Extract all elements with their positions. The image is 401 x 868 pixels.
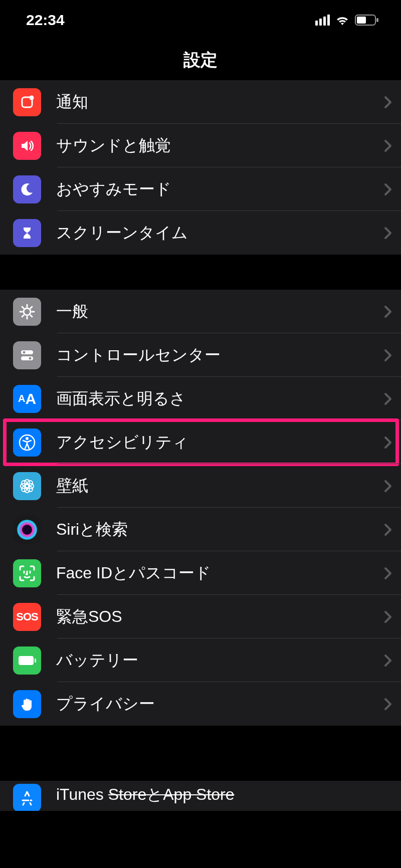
- row-itunes-appstore[interactable]: iTunes StoreとApp Store: [0, 781, 401, 811]
- chevron-right-icon: [384, 305, 392, 318]
- svg-point-17: [29, 357, 32, 359]
- row-label: コントロールセンター: [56, 344, 384, 366]
- toggles-icon: [13, 341, 41, 369]
- page-title: 設定: [183, 49, 218, 72]
- svg-point-27: [28, 487, 33, 492]
- status-indicators: [315, 15, 379, 26]
- row-sos[interactable]: SOS 緊急SOS: [0, 595, 401, 638]
- svg-point-29: [22, 487, 27, 492]
- svg-point-19: [26, 437, 29, 440]
- row-siri[interactable]: Siriと検索: [0, 508, 401, 551]
- svg-line-11: [31, 315, 32, 317]
- row-label: 画面表示と明るさ: [56, 388, 384, 410]
- svg-rect-35: [19, 656, 34, 665]
- row-label: サウンドと触覚: [56, 135, 384, 157]
- row-sounds[interactable]: サウンドと触覚: [0, 124, 401, 167]
- svg-rect-2: [376, 18, 378, 22]
- row-label: 通知: [56, 91, 384, 113]
- svg-point-4: [30, 95, 34, 100]
- row-label: アクセシビリティ: [56, 431, 384, 454]
- row-wallpaper[interactable]: 壁紙: [0, 464, 401, 508]
- gear-icon: [13, 298, 41, 326]
- section-gap: [0, 726, 401, 781]
- battery-icon: [355, 15, 379, 26]
- sounds-icon: [13, 132, 41, 160]
- settings-section: 一般 コントロールセンター AA 画面表示と明るさ アクセシビリティ: [0, 290, 401, 726]
- wifi-icon: [335, 15, 350, 26]
- row-notifications[interactable]: 通知: [0, 80, 401, 124]
- battery-icon: [13, 646, 41, 675]
- chevron-right-icon: [384, 567, 392, 580]
- row-label: おやすみモード: [56, 178, 384, 200]
- display-brightness-icon: AA: [13, 385, 41, 413]
- chevron-right-icon: [384, 183, 392, 196]
- svg-point-26: [22, 481, 27, 486]
- chevron-right-icon: [384, 698, 392, 711]
- settings-section: iTunes StoreとApp Store: [0, 781, 401, 811]
- wallpaper-icon: [13, 472, 41, 500]
- svg-point-32: [22, 525, 32, 535]
- chevron-right-icon: [384, 523, 392, 536]
- settings-section: 通知 サウンドと触覚 おやすみモード スクリーンタイム: [0, 80, 401, 255]
- row-general[interactable]: 一般: [0, 290, 401, 333]
- svg-point-28: [28, 481, 33, 486]
- row-faceid[interactable]: Face IDとパスコード: [0, 551, 401, 595]
- status-time: 22:34: [26, 12, 65, 29]
- appstore-icon: [13, 784, 41, 811]
- row-label: Siriと検索: [56, 519, 384, 541]
- chevron-right-icon: [384, 654, 392, 667]
- chevron-right-icon: [384, 227, 392, 240]
- svg-rect-36: [35, 659, 36, 663]
- chevron-right-icon: [384, 480, 392, 493]
- moon-icon: [13, 175, 41, 203]
- row-screentime[interactable]: スクリーンタイム: [0, 211, 401, 255]
- row-display[interactable]: AA 画面表示と明るさ: [0, 377, 401, 420]
- chevron-right-icon: [384, 139, 392, 152]
- chevron-right-icon: [384, 436, 392, 449]
- svg-point-15: [23, 351, 26, 353]
- svg-point-5: [24, 308, 31, 315]
- hand-icon: [13, 690, 41, 718]
- row-label: iTunes StoreとApp Store: [56, 784, 392, 806]
- row-battery[interactable]: バッテリー: [0, 638, 401, 682]
- siri-icon: [13, 516, 41, 544]
- svg-line-12: [31, 307, 32, 308]
- chevron-right-icon: [384, 392, 392, 405]
- svg-line-10: [22, 307, 24, 308]
- chevron-right-icon: [384, 349, 392, 362]
- chevron-right-icon: [384, 96, 392, 109]
- row-control-center[interactable]: コントロールセンター: [0, 333, 401, 377]
- cellular-icon: [315, 15, 330, 26]
- settings-list[interactable]: 通知 サウンドと触覚 おやすみモード スクリーンタイム: [0, 80, 401, 811]
- status-bar: 22:34: [0, 0, 401, 40]
- svg-rect-1: [357, 17, 366, 24]
- row-label: スクリーンタイム: [56, 222, 384, 244]
- chevron-right-icon: [384, 610, 392, 623]
- section-gap: [0, 255, 401, 290]
- row-label: 一般: [56, 301, 384, 323]
- row-dnd[interactable]: おやすみモード: [0, 167, 401, 211]
- row-accessibility[interactable]: アクセシビリティ: [0, 420, 401, 464]
- faceid-icon: [13, 559, 41, 587]
- svg-line-13: [22, 315, 24, 317]
- hourglass-icon: [13, 219, 41, 247]
- row-label: 緊急SOS: [56, 606, 384, 628]
- row-label: Face IDとパスコード: [56, 562, 384, 584]
- accessibility-icon: [13, 428, 41, 457]
- sos-icon: SOS: [13, 603, 41, 631]
- nav-header: 設定: [0, 40, 401, 80]
- notifications-icon: [13, 88, 41, 116]
- row-label: プライバシー: [56, 693, 384, 715]
- row-privacy[interactable]: プライバシー: [0, 682, 401, 726]
- row-label: 壁紙: [56, 475, 384, 497]
- row-label: バッテリー: [56, 649, 384, 672]
